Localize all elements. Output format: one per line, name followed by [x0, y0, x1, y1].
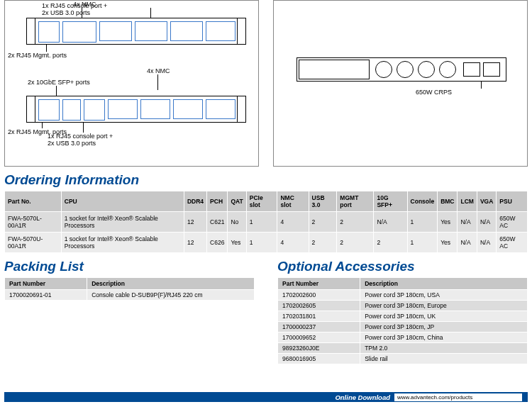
download-bar: Online Download www.advantech.com/produc… — [4, 392, 528, 402]
table-row: 1702002605Power cord 3P 180cm, Europe — [278, 301, 528, 311]
download-url: www.advantech.com/products — [394, 393, 522, 401]
ordering-th: NMC slot — [277, 191, 309, 212]
table-row: 9680016905Slide rail — [278, 354, 528, 364]
table-row: 98923260J0ETPM 2.0 — [278, 343, 528, 354]
accessories-title: Optional Accessories — [277, 259, 528, 274]
ordering-th: USB 3.0 — [309, 191, 337, 212]
rack-rear — [297, 57, 506, 82]
packing-title: Packing List — [4, 259, 255, 274]
ordering-th: LCM — [458, 191, 477, 212]
ordering-th: CPU — [61, 191, 184, 212]
table-row: 1700000237Power cord 3P 180cm, JP — [278, 322, 528, 333]
accessories-table: Part Number Description 1702002600Power … — [277, 277, 528, 364]
ordering-th: QAT — [228, 191, 246, 212]
ordering-th: DDR4 — [184, 191, 206, 212]
ordering-th: Part No. — [5, 191, 62, 212]
packing-table: Part Number Description 1700020691-01Con… — [4, 277, 255, 301]
ordering-th: VGA — [477, 191, 496, 212]
table-row: FWA-5070L-00A1R 1 socket for Intel® Xeon… — [5, 212, 528, 233]
download-label: Online Download — [335, 393, 390, 401]
ordering-title: Ordering Information — [4, 172, 528, 188]
table-row: 1702002600Power cord 3P 180cm, USA — [278, 290, 528, 301]
label-sfp: 2x 10GbE SFP+ ports — [28, 79, 90, 86]
ordering-table: Part No. CPU DDR4 PCH QAT PCIe slot NMC … — [4, 191, 528, 253]
label-console-top: 1x RJ45 console port + 2x USB 3.0 ports — [42, 2, 107, 16]
label-crps: 650W CRPS — [416, 89, 452, 96]
label-console-bottom: 1x RJ45 console port + 2x USB 3.0 ports — [48, 133, 113, 147]
rack-unit-top — [26, 18, 246, 45]
rear-diagram-box: 650W CRPS — [273, 0, 528, 167]
label-mgmt-top: 2x RJ45 Mgmt. ports — [8, 52, 67, 59]
table-row: 1702031801Power cord 3P 180cm, UK — [278, 311, 528, 322]
label-nmc-bottom: 4x NMC — [147, 67, 170, 74]
rack-unit-bottom — [26, 96, 246, 123]
table-row: FWA-5070U-00A1R 1 socket for Intel® Xeon… — [5, 233, 528, 253]
ordering-th: BMC — [438, 191, 458, 212]
ordering-th: MGMT port — [337, 191, 374, 212]
table-row: 1700020691-01Console cable D-SUB9P(F)/RJ… — [5, 290, 255, 301]
ordering-th: PCH — [207, 191, 228, 212]
ordering-th: Console — [407, 191, 438, 212]
front-diagram-box: 4x NMC 1x RJ45 console port + 2x USB 3.0… — [4, 0, 259, 167]
ordering-th: PSU — [497, 191, 528, 212]
ordering-th: 10G SFP+ — [374, 191, 407, 212]
ordering-th: PCIe slot — [246, 191, 277, 212]
table-row: 1700009652Power cord 3P 180cm, China — [278, 333, 528, 343]
